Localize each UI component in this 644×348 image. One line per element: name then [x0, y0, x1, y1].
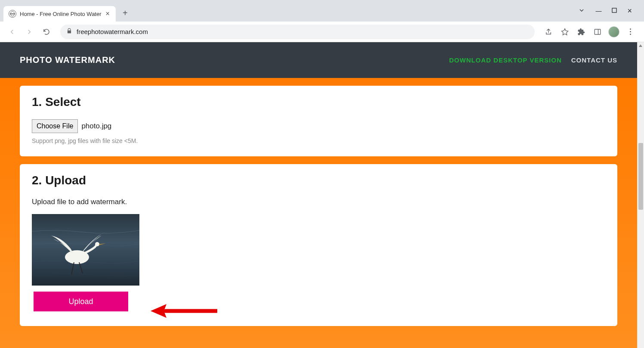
annotation-arrow-icon [148, 302, 217, 321]
svg-rect-1 [595, 29, 601, 34]
share-icon[interactable] [542, 25, 555, 39]
upload-button[interactable]: Upload [34, 292, 128, 311]
forward-button[interactable] [22, 25, 36, 39]
site-brand[interactable]: PHOTO WATERMARK [20, 55, 115, 65]
lock-icon [66, 28, 72, 36]
svg-rect-3 [32, 214, 139, 286]
browser-toolbar: freephotowatermark.com [0, 22, 644, 42]
menu-button[interactable] [623, 25, 637, 39]
nav-download-link[interactable]: DOWNLOAD DESKTOP VERSION [449, 56, 562, 64]
side-panel-icon[interactable] [591, 25, 604, 39]
extensions-icon[interactable] [574, 25, 588, 39]
tab-title: Home - Free Online Photo Water [20, 11, 102, 17]
step2-title: 2. Upload [32, 174, 605, 187]
scroll-thumb[interactable] [638, 143, 643, 210]
upload-card: 2. Upload Upload file to add watermark. [20, 164, 617, 326]
site-header: PHOTO WATERMARK DOWNLOAD DESKTOP VERSION… [0, 42, 637, 78]
new-tab-button[interactable]: + [116, 5, 135, 22]
address-bar[interactable]: freephotowatermark.com [60, 25, 535, 39]
svg-rect-0 [612, 8, 616, 12]
close-tab-icon[interactable]: × [105, 10, 111, 18]
bookmark-star-icon[interactable] [558, 25, 572, 39]
step1-title: 1. Select [32, 95, 605, 109]
maximize-button[interactable] [612, 7, 617, 14]
selected-filename: photo.jpg [81, 122, 111, 130]
reload-button[interactable] [40, 25, 53, 39]
image-preview [32, 214, 139, 286]
main-content: 1. Select Choose File photo.jpg Support … [0, 78, 637, 348]
close-window-button[interactable]: × [627, 6, 632, 16]
svg-point-5 [95, 242, 99, 246]
minimize-button[interactable]: — [595, 7, 601, 14]
vertical-scrollbar[interactable] [637, 42, 644, 348]
scroll-up-arrow-icon[interactable] [637, 42, 644, 49]
tab-search-chevron-icon[interactable] [578, 7, 585, 15]
browser-tab[interactable]: Home - Free Online Photo Water × [3, 6, 116, 22]
profile-avatar[interactable] [607, 25, 621, 39]
globe-icon [9, 10, 16, 18]
browser-tab-strip: Home - Free Online Photo Water × + — × [0, 0, 644, 22]
upload-hint: Upload file to add watermark. [32, 198, 605, 206]
choose-file-button[interactable]: Choose File [32, 119, 78, 133]
page-viewport: PHOTO WATERMARK DOWNLOAD DESKTOP VERSION… [0, 42, 644, 348]
select-card: 1. Select Choose File photo.jpg Support … [20, 86, 617, 156]
nav-contact-link[interactable]: CONTACT US [571, 56, 617, 64]
file-support-hint: Support png, jpg files with file size <5… [32, 137, 605, 144]
back-button[interactable] [5, 25, 19, 39]
url-text: freephotowatermark.com [77, 28, 148, 35]
